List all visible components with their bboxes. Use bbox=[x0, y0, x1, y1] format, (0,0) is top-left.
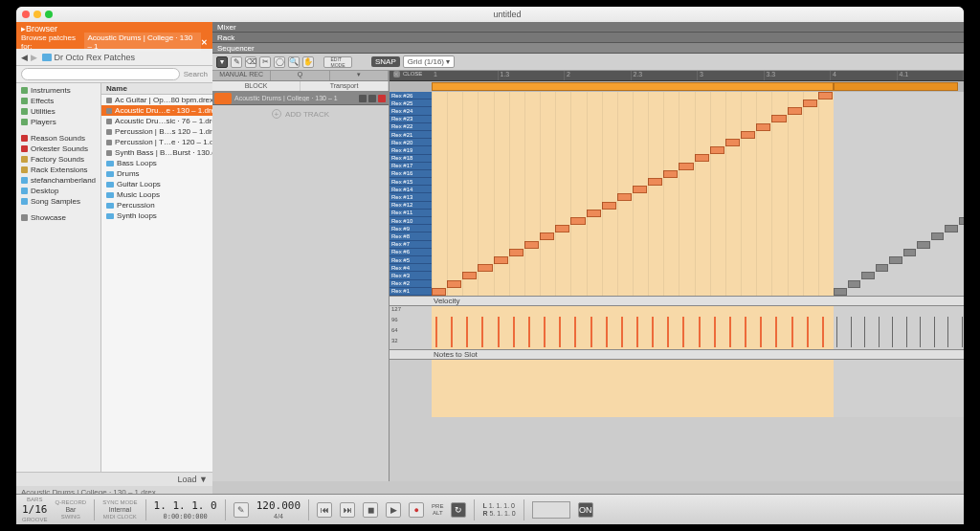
note[interactable] bbox=[540, 232, 554, 240]
velocity-bar[interactable] bbox=[714, 317, 716, 347]
note[interactable] bbox=[633, 186, 647, 193]
category-item[interactable]: Effects bbox=[16, 96, 100, 106]
ruler[interactable]: ✕ CLOSE 11.322.333.344.1 bbox=[390, 71, 964, 81]
magnify-tool-icon[interactable]: 🔍 bbox=[288, 56, 300, 68]
arm-button[interactable] bbox=[378, 95, 386, 102]
note[interactable] bbox=[695, 154, 709, 162]
category-item[interactable]: Orkester Sounds bbox=[16, 144, 100, 154]
velocity-bar[interactable] bbox=[775, 317, 777, 347]
velocity-bar[interactable] bbox=[621, 317, 623, 347]
tempo[interactable]: 120.000 bbox=[256, 499, 301, 512]
velocity-bar[interactable] bbox=[498, 317, 500, 347]
click-button[interactable]: ✎ bbox=[234, 502, 249, 518]
bars-value[interactable]: 1/16 bbox=[22, 503, 48, 516]
grid-select[interactable]: Grid (1/16) ▾ bbox=[403, 55, 455, 68]
signature[interactable]: 4/4 bbox=[274, 513, 283, 520]
category-item[interactable]: Instruments bbox=[16, 85, 100, 96]
loop-left[interactable]: 1. 1. 1. 0 bbox=[489, 502, 515, 509]
pencil-tool-icon[interactable]: ✎ bbox=[231, 56, 242, 68]
current-patch[interactable]: Acoustic Drums | College · 130 – 1 bbox=[84, 33, 201, 52]
sync-value[interactable]: Internal bbox=[109, 506, 131, 513]
note[interactable] bbox=[725, 139, 740, 146]
pointer-tool-icon[interactable]: ▾ bbox=[216, 56, 228, 68]
note[interactable] bbox=[803, 100, 817, 107]
note[interactable] bbox=[494, 256, 508, 264]
velocity-bar[interactable] bbox=[745, 317, 746, 347]
slice-label[interactable]: Rex #2 bbox=[390, 280, 432, 288]
stop-button[interactable]: ◼ bbox=[363, 502, 378, 518]
transport-tab[interactable]: Transport bbox=[301, 81, 389, 91]
slice-label[interactable]: Rex #14 bbox=[390, 186, 432, 193]
rewind-button[interactable]: ⏮ bbox=[317, 502, 332, 518]
minimize-icon[interactable] bbox=[33, 11, 41, 18]
manual-rec-button[interactable]: MANUAL REC bbox=[212, 71, 271, 80]
velocity-bar[interactable] bbox=[544, 317, 546, 347]
slice-label[interactable]: Rex #15 bbox=[390, 178, 432, 186]
search-input[interactable] bbox=[21, 68, 180, 80]
record-button[interactable]: ● bbox=[409, 502, 424, 518]
q-button[interactable]: Q bbox=[271, 71, 329, 80]
note[interactable] bbox=[771, 115, 786, 122]
slice-label[interactable]: Rex #18 bbox=[390, 155, 432, 163]
note[interactable] bbox=[509, 249, 523, 256]
track-row[interactable]: Acoustic Drums | College · 130 – 1 bbox=[212, 92, 389, 105]
load-button[interactable]: Load bbox=[178, 475, 197, 484]
category-item[interactable]: stefanchamberland bbox=[16, 175, 100, 186]
note[interactable] bbox=[462, 272, 477, 279]
slice-label[interactable]: Rex #17 bbox=[390, 163, 432, 170]
velocity-bar[interactable] bbox=[760, 317, 762, 347]
tab-sequencer[interactable]: Sequencer bbox=[212, 43, 964, 54]
close-label[interactable]: CLOSE bbox=[403, 71, 422, 77]
note[interactable] bbox=[555, 225, 569, 232]
velocity-bar[interactable] bbox=[481, 317, 483, 347]
slice-label[interactable]: Rex #8 bbox=[390, 232, 432, 240]
slice-label[interactable]: Rex #11 bbox=[390, 210, 432, 217]
velocity-bar[interactable] bbox=[667, 317, 669, 347]
velocity-bar[interactable] bbox=[559, 317, 561, 347]
slice-label[interactable]: Rex #24 bbox=[390, 107, 432, 115]
velocity-bar[interactable] bbox=[513, 317, 515, 347]
slice-label[interactable]: Rex #12 bbox=[390, 202, 432, 210]
velocity-bar[interactable] bbox=[574, 317, 576, 347]
note[interactable] bbox=[524, 241, 539, 249]
note-area[interactable] bbox=[432, 92, 964, 296]
close-icon[interactable] bbox=[22, 11, 30, 18]
slice-label[interactable]: Rex #10 bbox=[390, 217, 432, 225]
note[interactable] bbox=[587, 210, 601, 217]
loop-right[interactable]: 5. 1. 1. 0 bbox=[489, 510, 515, 517]
play-button[interactable]: ▶ bbox=[386, 502, 401, 518]
velocity-bar[interactable] bbox=[435, 317, 437, 347]
qrec-value[interactable]: Bar bbox=[65, 506, 76, 513]
mute-button[interactable] bbox=[359, 95, 367, 102]
block-tab[interactable]: BLOCK bbox=[212, 81, 301, 91]
category-item[interactable]: Desktop bbox=[16, 186, 100, 196]
eraser-tool-icon[interactable]: ⌫ bbox=[245, 56, 256, 68]
category-item[interactable]: Utilities bbox=[16, 106, 100, 117]
nav-back-icon[interactable]: ◀ bbox=[21, 53, 28, 62]
slice-label[interactable]: Rex #21 bbox=[390, 131, 432, 139]
slice-label[interactable]: Rex #23 bbox=[390, 116, 432, 123]
clip-2[interactable] bbox=[834, 82, 958, 91]
slice-label[interactable]: Rex #16 bbox=[390, 170, 432, 178]
velocity-bar[interactable] bbox=[822, 317, 824, 347]
category-item[interactable]: Players bbox=[16, 117, 100, 127]
category-item[interactable]: Song Samples bbox=[16, 196, 100, 207]
note[interactable] bbox=[478, 264, 492, 272]
category-item[interactable]: Rack Extensions bbox=[16, 165, 100, 175]
velocity-bar[interactable] bbox=[451, 317, 453, 347]
note[interactable] bbox=[710, 146, 724, 154]
note[interactable] bbox=[432, 288, 446, 296]
velocity-bar[interactable] bbox=[807, 317, 809, 347]
slice-label[interactable]: Rex #19 bbox=[390, 146, 432, 154]
velocity-bar[interactable] bbox=[528, 317, 530, 347]
tab-rack[interactable]: Rack bbox=[212, 33, 964, 43]
slice-label[interactable]: Rex #5 bbox=[390, 256, 432, 264]
velocity-bar[interactable] bbox=[699, 317, 701, 347]
category-item[interactable]: Factory Sounds bbox=[16, 154, 100, 165]
maximize-icon[interactable] bbox=[45, 11, 53, 18]
category-item[interactable]: Reason Sounds bbox=[16, 133, 100, 144]
edit-mode-button[interactable]: EDITMODE bbox=[323, 56, 352, 68]
note[interactable] bbox=[648, 178, 662, 186]
velocity-bar[interactable] bbox=[466, 317, 468, 347]
note[interactable] bbox=[663, 170, 678, 178]
